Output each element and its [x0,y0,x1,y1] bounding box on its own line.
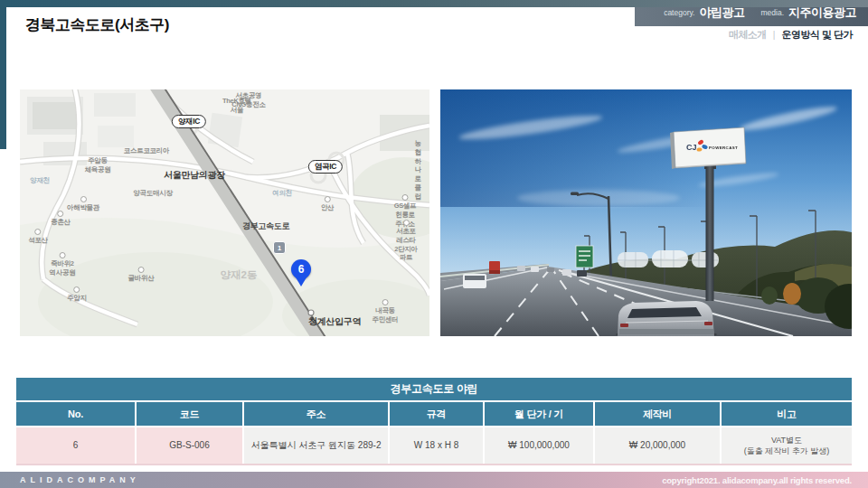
category-value: 야립광고 [699,5,744,21]
note-line-2: (돌출 제작비 추가 발생) [744,446,830,456]
map-label: 코스트코코리아 [124,146,169,155]
col-header-production-cost: 제작비 [595,402,720,426]
col-header-monthly-rate: 월 단가 / 기 [485,402,593,426]
category-label: category. [664,8,694,17]
billboard-brand-text: POWERCAST [709,145,738,150]
map-label: 청계산입구역 [308,315,361,327]
cell-production-cost: ₩ 20,000,000 [595,427,720,464]
map-label: 서울만남의광장 [164,169,225,181]
map-label: 서초공영 CNG충전소 [231,91,265,109]
pin-number: 6 [291,259,311,279]
map-label: 안산 [321,196,334,212]
map-label: 농협하나로클럽 [412,139,424,201]
map-label: 서초포레스타 2단지아파트 [394,220,418,262]
billboard-photo: CJ POWERCAST [440,89,852,336]
col-header-code: 코드 [137,402,242,426]
location-map: TheK호텔 서울 서초공영 CNG충전소 양재IC 농협하나로클럽 코스트코코… [20,89,429,336]
map-label: 양곡도매시장 [133,189,172,198]
pricing-table: 경부고속도로 야립 No. 코드 주소 규격 월 단가 / 기 제작비 비고 6… [16,378,852,465]
company-wordmark: ALIDACOMPANY [20,475,140,484]
map-label: 경부고속도로 [242,221,289,232]
location-pin-icon: 6 [290,259,312,286]
table-header-row: No. 코드 주소 규격 월 단가 / 기 제작비 비고 [16,402,852,426]
table-row: 6 GB-S-006 서울특별시 서초구 원지동 289-2 W 18 x H … [16,427,852,465]
route-1-shield-icon: 1 [273,241,286,254]
nav-item-media-intro: 매체소개 [729,28,767,42]
map-label-ic: 양재IC [172,115,206,128]
col-header-note: 비고 [722,402,852,426]
page-title: 경북고속도로(서초구) [25,14,169,35]
col-header-address: 주소 [244,402,388,426]
pin-tail [296,277,307,286]
highway-scene-graphic: CJ POWERCAST [440,89,852,336]
map-label: 굴바위산 [128,267,155,283]
copyright-text: copyright2021. alidacompany.all rights r… [662,475,852,485]
map-label: 주암동 체육공원 [85,156,111,174]
map-label: 양재2동 [221,268,258,282]
cell-size: W 18 x H 8 [390,427,483,464]
col-header-size: 규격 [390,402,483,426]
map-label: 여의천 [272,189,292,198]
map-label: 양재천 [30,176,50,185]
footer-bar: ALIDACOMPANY copyright2021. alidacompany… [0,472,868,488]
nav-item-pricing: 운영방식 및 단가 [781,28,853,42]
cell-note: VAT별도 (돌출 제작비 추가 발생) [722,427,852,464]
media-label: media. [760,8,784,17]
cell-address: 서울특별시 서초구 원지동 289-2 [244,427,388,464]
col-header-no: No. [16,402,135,426]
map-label: 종촌산 [51,211,71,227]
note-line-1: VAT별도 [771,435,802,446]
map-label-ic: 염곡IC [308,160,343,174]
table-title: 경부고속도로 야립 [16,378,852,400]
map-label: 석포산 [28,229,48,245]
map-label: 주암지 [67,286,87,303]
cell-monthly-rate: ₩ 100,000,000 [485,427,593,464]
section-nav: 매체소개 | 운영방식 및 단가 [729,28,853,42]
category-band: category. 야립광고 media. 지주이용광고 [635,7,868,26]
billboard-cj-logo-text: CJ [686,143,697,152]
map-label: 내곡동 주민센터 [373,299,399,324]
nav-separator: | [773,30,776,40]
map-label: 죽바위2 역사공원 [50,252,76,277]
cell-code: GB-S-006 [137,427,242,464]
cell-no: 6 [16,427,135,464]
map-label: 아해박물관 [67,196,99,212]
left-accent-bar [0,0,6,149]
media-value: 지주이용광고 [788,5,856,21]
